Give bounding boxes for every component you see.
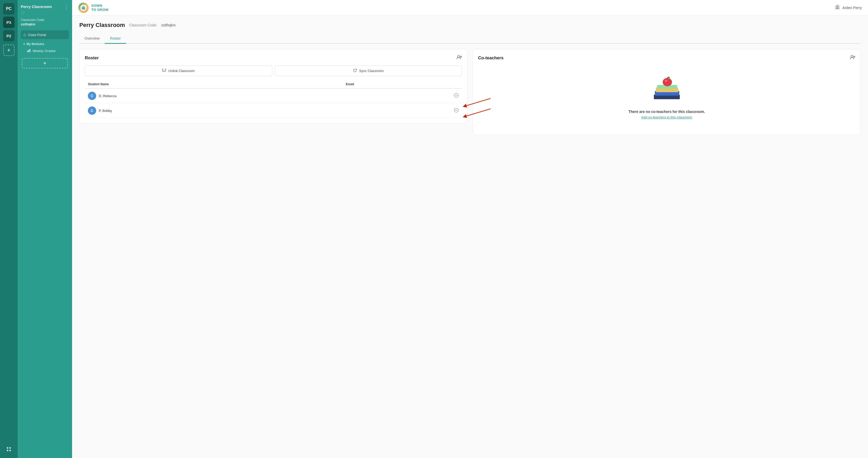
svg-rect-3 xyxy=(9,450,11,451)
sidebar-more-icon[interactable]: ⋮ xyxy=(64,4,69,9)
student-row-bobby: C P, Bobby xyxy=(88,106,340,115)
coteachers-card-header: Co-teachers xyxy=(478,55,855,61)
unlink-label: Unlink Classroom xyxy=(168,69,195,73)
sidebar-dark: PC P3 P2 + xyxy=(0,0,18,458)
sidebar-header: Perry Classroom ⋮ xyxy=(21,4,69,9)
roster-card-header: Roster xyxy=(85,55,462,61)
svg-point-22 xyxy=(851,56,853,58)
sync-classroom-button[interactable]: Sync Classroom xyxy=(275,66,462,76)
tab-overview[interactable]: Overview xyxy=(79,34,105,44)
svg-point-30 xyxy=(665,80,667,82)
sidebar-weekly-grades-item[interactable]: Weekly Grades xyxy=(21,47,69,55)
coteachers-title: Co-teachers xyxy=(478,56,503,61)
sidebar-classroom-name: Perry Classroom xyxy=(21,4,52,9)
svg-rect-4 xyxy=(27,51,28,52)
sidebar-modules-section[interactable]: ▾ My Modules xyxy=(21,40,69,47)
add-coteacher-icon[interactable] xyxy=(849,55,855,61)
svg-rect-1 xyxy=(9,447,11,449)
coteachers-empty-state: There are no co-teachers for this classr… xyxy=(478,66,855,130)
student-avatar-bobby: C xyxy=(88,106,96,115)
add-coteacher-link[interactable]: Add co-teachers to this classroom xyxy=(642,115,692,119)
page-content: Perry Classroom Classroom Code: zstlhqkm… xyxy=(72,15,868,458)
student-name-bobby: P, Bobby xyxy=(99,109,112,113)
student-row-rebecca: C D, Rebecca xyxy=(88,92,340,100)
classroom-code-label: Classroom Code: xyxy=(129,23,157,27)
topnav: SOWN TO GROW Arden Perry xyxy=(72,0,868,15)
chevron-down-icon: ▾ xyxy=(23,42,25,46)
sidebar-code-label: Classroom Code: xyxy=(21,18,69,22)
sidebar-modules-label: My Modules xyxy=(26,42,44,46)
col-email: Email xyxy=(343,80,451,88)
sidebar-nav-class-portal[interactable]: ⌂ Class Portal xyxy=(21,30,69,39)
unlink-icon xyxy=(162,68,166,73)
roster-card: Roster xyxy=(79,49,467,124)
roster-table: Student Name Email C xyxy=(85,80,462,118)
weekly-grades-label: Weekly Grades xyxy=(33,49,56,53)
table-row: C P, Bobby xyxy=(85,103,462,118)
coteachers-empty-text: There are no co-teachers for this classr… xyxy=(628,109,705,114)
col-student-name: Student Name xyxy=(85,80,343,88)
user-avatar-icon xyxy=(835,4,840,11)
sidebar-add-classroom-button[interactable]: + xyxy=(3,44,14,56)
svg-rect-5 xyxy=(29,50,29,52)
student-avatar-rebecca: C xyxy=(88,92,96,100)
topnav-user-name: Arden Perry xyxy=(842,6,862,10)
logo-area: SOWN TO GROW xyxy=(78,3,108,13)
svg-point-29 xyxy=(663,78,672,86)
svg-point-9 xyxy=(84,6,85,7)
sidebar-p2-item[interactable]: P2 xyxy=(3,30,14,41)
unlink-classroom-button[interactable]: Unlink Classroom xyxy=(85,66,272,76)
sidebar-nav-label: Class Portal xyxy=(28,33,46,37)
table-row: C D, Rebecca xyxy=(85,88,462,103)
page-header: Perry Classroom Classroom Code: zstlhqkm xyxy=(79,22,861,29)
student-name-rebecca: D, Rebecca xyxy=(99,94,116,98)
svg-rect-2 xyxy=(7,450,8,451)
two-column-layout: Roster xyxy=(79,49,861,135)
sidebar-code-value: zstlhqkm xyxy=(21,22,69,26)
logo-text: SOWN TO GROW xyxy=(91,4,108,12)
home-icon: ⌂ xyxy=(23,32,26,37)
bar-chart-icon xyxy=(27,49,31,53)
sidebar-light: Perry Classroom ⋮ ♡ Classroom Code: zstl… xyxy=(18,0,72,458)
svg-rect-0 xyxy=(7,447,8,449)
svg-point-12 xyxy=(458,56,460,58)
action-buttons: Unlink Classroom Sync Classroom xyxy=(85,66,462,76)
svg-rect-6 xyxy=(30,49,30,52)
sync-icon xyxy=(353,68,357,73)
roster-title: Roster xyxy=(85,56,99,61)
sync-label: Sync Classroom xyxy=(359,69,384,73)
main-content: SOWN TO GROW Arden Perry Perry Classroom… xyxy=(72,0,868,458)
tab-roster[interactable]: Roster xyxy=(105,34,126,44)
add-student-icon[interactable] xyxy=(456,55,462,61)
sidebar-grid-icon[interactable] xyxy=(3,444,14,455)
student-email-rebecca xyxy=(343,88,451,103)
logo-icon xyxy=(78,3,89,13)
svg-point-11 xyxy=(836,5,838,7)
sidebar-add-module-button[interactable]: + xyxy=(22,58,68,68)
avatar-pc: PC xyxy=(3,3,14,14)
student-email-bobby xyxy=(343,103,451,118)
books-illustration xyxy=(651,76,682,104)
remove-student-bobby-button[interactable] xyxy=(454,108,459,114)
remove-student-rebecca-button[interactable] xyxy=(454,94,459,99)
topnav-user-area[interactable]: Arden Perry xyxy=(835,4,862,11)
sidebar-p3-item[interactable]: P3 xyxy=(3,17,14,28)
coteachers-card: Co-teachers xyxy=(473,49,861,135)
sidebar-favorite-icon[interactable]: ♡ xyxy=(21,10,69,16)
classroom-code-value: zstlhqkm xyxy=(161,23,176,27)
roster-table-container: Student Name Email C xyxy=(85,80,462,118)
tabs: Overview Roster xyxy=(79,34,861,44)
page-title: Perry Classroom xyxy=(79,22,125,29)
